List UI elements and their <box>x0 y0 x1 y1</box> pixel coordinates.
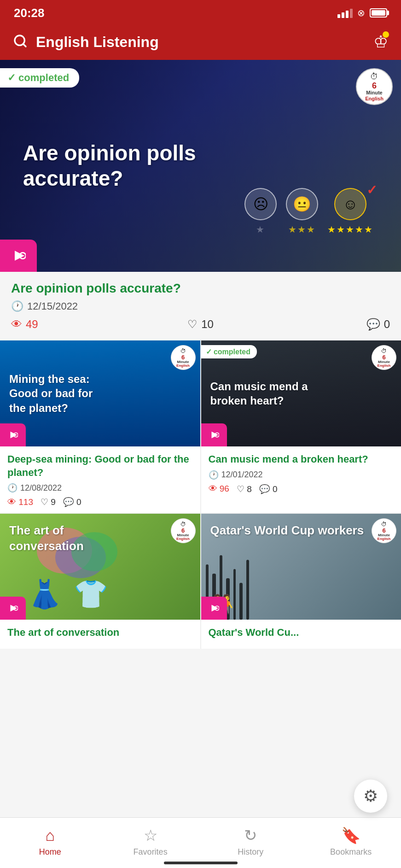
heart-icon: ♡ 9 <box>41 497 56 507</box>
nav-home-label: Home <box>39 847 61 857</box>
minute-badge-conversation: ⏱ 6 Minute English <box>171 518 196 543</box>
grid-card-date-music: 🕐 12/01/2022 <box>209 470 394 480</box>
featured-image-title: Are opinion polls accurate? <box>23 141 198 191</box>
settings-fab[interactable]: ⚙ <box>354 780 387 813</box>
minute-english-badge: ⏱ 6 Minute English <box>356 68 393 105</box>
grid-card-info-deep-sea: Deep-sea mining: Good or bad for the pla… <box>0 446 200 513</box>
featured-card[interactable]: ✓ completed ⏱ 6 Minute English Are opini… <box>0 60 401 340</box>
clock-icon: 🕐 <box>7 483 17 493</box>
grid-card-title-music: Can music mend a broken heart? <box>209 453 394 466</box>
nav-home[interactable]: ⌂ Home <box>0 822 100 857</box>
header: English Listening ♔ <box>0 26 401 60</box>
svg-line-1 <box>23 44 26 47</box>
nav-favorites-label: Favorites <box>134 847 168 857</box>
gear-icon: ⚙ <box>363 786 378 806</box>
grid-card-info-conversation: The art of conversation <box>0 620 200 649</box>
grid-card-info-music: Can music mend a broken heart? 🕐 12/01/2… <box>201 446 401 500</box>
search-icon[interactable] <box>13 34 28 50</box>
status-time: 20:28 <box>14 6 45 20</box>
grid-play-qatar[interactable] <box>201 597 227 620</box>
minute-badge-deep-sea: ⏱ 6 Minute English <box>171 345 196 370</box>
featured-card-stats: 👁 49 ♡ 10 💬 0 <box>11 318 390 331</box>
featured-play-button[interactable] <box>0 240 37 272</box>
emoji-rating: ☹ ★ 😐 ★★★ ☺ ✓ ★★★★★ <box>244 188 373 235</box>
nav-bookmarks[interactable]: 🔖 Bookmarks <box>301 821 401 857</box>
grid-play-music[interactable] <box>201 423 227 446</box>
grid-image-music: ✓ completed ⏱ 6 Minute English Can music… <box>201 340 401 446</box>
heart-icon: ♡ 8 <box>237 484 252 494</box>
eye-icon: 👁 113 <box>7 497 33 507</box>
grid-image-qatar: 🧑‍🤝‍🧑 ⏱ 6 Minute English Qatar's World C… <box>201 514 401 620</box>
crown-button[interactable]: ♔ <box>373 32 388 52</box>
header-title: English Listening <box>36 34 159 51</box>
grid-card-conversation[interactable]: 👗 👕 ⏱ 6 Minute English The art of conver… <box>0 514 200 649</box>
views-stat: 👁 49 <box>11 318 137 331</box>
comment-icon: 💬 0 <box>259 484 278 494</box>
comment-icon: 💬 0 <box>63 497 81 507</box>
grid-card-deep-sea[interactable]: ⏱ 6 Minute English Mining the sea: Good … <box>0 340 200 513</box>
bottom-nav: ⌂ Home ☆ Favorites ↻ History 🔖 Bookmarks <box>0 817 401 868</box>
nav-favorites[interactable]: ☆ Favorites <box>100 821 201 857</box>
battery-icon <box>370 8 387 18</box>
comment-icon: 💬 <box>366 318 380 331</box>
header-left: English Listening <box>13 34 159 51</box>
crown-notification-dot <box>383 31 389 38</box>
clock-icon: 🕐 <box>11 300 23 312</box>
history-icon: ↻ <box>244 826 257 845</box>
grid-image-title-conversation: The art of conversation <box>9 523 110 554</box>
bookmark-icon: 🔖 <box>341 826 360 845</box>
completed-badge: ✓ completed <box>0 68 79 88</box>
grid-section: ⏱ 6 Minute English Mining the sea: Good … <box>0 340 401 649</box>
grid-image-title-qatar: Qatar's World Cup workers <box>210 523 364 539</box>
star-icon: ☆ <box>144 826 157 845</box>
wifi-icon: ⊗ <box>357 7 365 18</box>
comments-stat: 💬 0 <box>264 318 390 331</box>
grid-card-title-conversation: The art of conversation <box>7 626 193 639</box>
grid-image-deep-sea: ⏱ 6 Minute English Mining the sea: Good … <box>0 340 200 446</box>
grid-card-music[interactable]: ✓ completed ⏱ 6 Minute English Can music… <box>201 340 401 513</box>
heart-icon: ♡ <box>187 318 198 331</box>
grid-image-title-deep-sea: Mining the sea: Good or bad for the plan… <box>9 372 110 415</box>
grid-card-info-qatar: Qatar's World Cu... <box>201 620 401 649</box>
eye-icon: 👁 96 <box>209 484 229 494</box>
featured-card-date: 🕐 12/15/2022 <box>11 300 390 312</box>
grid-play-deep-sea[interactable] <box>0 423 26 446</box>
grid-card-qatar[interactable]: 🧑‍🤝‍🧑 ⏱ 6 Minute English Qatar's World C… <box>201 514 401 649</box>
grid-card-stats-deep-sea: 👁 113 ♡ 9 💬 0 <box>7 497 193 507</box>
nav-history[interactable]: ↻ History <box>201 821 301 857</box>
minute-badge-music: ⏱ 6 Minute English <box>372 345 396 370</box>
grid-image-conversation: 👗 👕 ⏱ 6 Minute English The art of conver… <box>0 514 200 620</box>
status-bar: 20:28 ⊗ <box>0 0 401 26</box>
grid-card-title-deep-sea: Deep-sea mining: Good or bad for the pla… <box>7 453 193 479</box>
grid-image-title-music: Can music mend a broken heart? <box>210 379 312 408</box>
grid-card-date-deep-sea: 🕐 12/08/2022 <box>7 483 193 493</box>
nav-bookmarks-label: Bookmarks <box>330 847 372 857</box>
nav-history-label: History <box>238 847 263 857</box>
grid-card-title-qatar: Qatar's World Cu... <box>209 626 394 639</box>
likes-stat: ♡ 10 <box>137 318 263 331</box>
featured-card-title: Are opinion polls accurate? <box>11 281 390 296</box>
home-indicator <box>164 862 238 864</box>
home-icon: ⌂ <box>46 827 55 845</box>
grid-completed-badge-music: ✓ completed <box>201 345 257 358</box>
minute-badge-qatar: ⏱ 6 Minute English <box>372 518 396 543</box>
featured-card-info: Are opinion polls accurate? 🕐 12/15/2022… <box>0 272 401 340</box>
grid-play-conversation[interactable] <box>0 597 26 620</box>
status-icons: ⊗ <box>337 7 387 18</box>
eye-icon: 👁 <box>11 318 22 331</box>
clock-icon: 🕐 <box>209 470 219 480</box>
signal-icon <box>337 8 353 18</box>
featured-image: ✓ completed ⏱ 6 Minute English Are opini… <box>0 60 401 272</box>
grid-card-stats-music: 👁 96 ♡ 8 💬 0 <box>209 484 394 494</box>
